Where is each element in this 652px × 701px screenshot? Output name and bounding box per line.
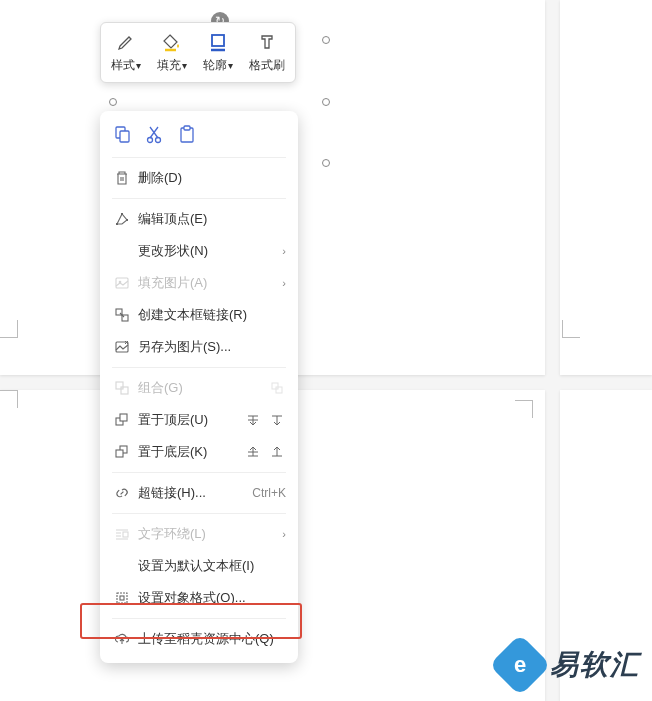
mini-toolbar: 样式▾ 填充▾ 轮廓▾ 格式刷	[100, 22, 296, 83]
logo-text: 易软汇	[550, 646, 640, 684]
document-page-right-top	[560, 0, 652, 375]
hyperlink-label: 超链接(H)...	[138, 484, 252, 502]
logo: e 易软汇	[498, 643, 640, 687]
svg-rect-10	[121, 213, 123, 215]
hyperlink-menu-item[interactable]: 超链接(H)... Ctrl+K	[100, 477, 298, 509]
hyperlink-shortcut: Ctrl+K	[252, 486, 286, 500]
edit-vertices-menu-item[interactable]: 编辑顶点(E)	[100, 203, 298, 235]
change-shape-label: 更改形状(N)	[138, 242, 282, 260]
edit-vertices-icon	[112, 210, 132, 228]
paint-bucket-icon	[162, 31, 182, 53]
textframe-link-icon	[112, 306, 132, 324]
link-icon	[112, 484, 132, 502]
svg-rect-1	[212, 35, 224, 46]
set-default-textbox-label: 设置为默认文本框(I)	[138, 557, 286, 575]
bring-to-front-menu-item[interactable]: 置于顶层(U)	[100, 404, 298, 436]
resize-handle[interactable]	[322, 98, 330, 106]
bring-front-icon	[112, 411, 132, 429]
svg-rect-22	[120, 414, 127, 421]
format-painter-icon	[257, 31, 277, 53]
chevron-right-icon: ›	[282, 528, 286, 540]
set-object-format-label: 设置对象格式(O)...	[138, 589, 286, 607]
chevron-right-icon: ›	[282, 277, 286, 289]
logo-mark-icon: e	[489, 634, 551, 696]
paste-button[interactable]	[176, 123, 198, 145]
upload-cloud-icon	[112, 630, 132, 648]
change-shape-menu-item[interactable]: 更改形状(N) ›	[100, 235, 298, 267]
delete-label: 删除(D)	[138, 169, 286, 187]
group-label: 组合(G)	[138, 379, 262, 397]
set-default-textbox-menu-item[interactable]: 设置为默认文本框(I)	[100, 550, 298, 582]
send-back-variant1-icon[interactable]	[244, 443, 262, 461]
bring-front-variant2-icon[interactable]	[268, 411, 286, 429]
text-wrap-menu-item: 文字环绕(L) ›	[100, 518, 298, 550]
fill-picture-menu-item: 填充图片(A) ›	[100, 267, 298, 299]
upload-to-docer-menu-item[interactable]: 上传至稻壳资源中心(Q)	[100, 623, 298, 655]
picture-icon	[112, 274, 132, 292]
svg-rect-20	[276, 387, 282, 393]
svg-rect-37	[120, 596, 124, 600]
resize-handle[interactable]	[322, 36, 330, 44]
svg-rect-27	[116, 450, 123, 457]
context-menu: 删除(D) 编辑顶点(E) 更改形状(N) › 填充图片(A) › 创建文本框链…	[100, 111, 298, 663]
group-side-icon	[268, 379, 286, 397]
outline-label: 轮廓	[203, 58, 227, 72]
svg-point-6	[156, 138, 161, 143]
send-back-icon	[112, 443, 132, 461]
chevron-right-icon: ›	[282, 245, 286, 257]
outline-button[interactable]: 轮廓▾	[195, 27, 241, 78]
create-textframe-link-label: 创建文本框链接(R)	[138, 306, 286, 324]
svg-rect-19	[272, 383, 278, 389]
trash-icon	[112, 169, 132, 187]
svg-point-5	[148, 138, 153, 143]
set-object-format-menu-item[interactable]: 设置对象格式(O)...	[100, 582, 298, 614]
svg-rect-18	[121, 387, 128, 394]
create-textframe-link-menu-item[interactable]: 创建文本框链接(R)	[100, 299, 298, 331]
svg-rect-33	[123, 532, 128, 537]
format-painter-label: 格式刷	[249, 57, 285, 74]
fill-label: 填充	[157, 58, 181, 72]
format-painter-button[interactable]: 格式刷	[241, 27, 293, 78]
send-to-back-label: 置于底层(K)	[138, 443, 238, 461]
outline-frame-icon	[208, 31, 228, 53]
bring-front-variant1-icon[interactable]	[244, 411, 262, 429]
save-as-picture-menu-item[interactable]: 另存为图片(S)...	[100, 331, 298, 363]
text-wrap-icon	[112, 525, 132, 543]
bring-to-front-label: 置于顶层(U)	[138, 411, 238, 429]
send-to-back-menu-item[interactable]: 置于底层(K)	[100, 436, 298, 468]
resize-handle[interactable]	[322, 159, 330, 167]
svg-rect-9	[116, 223, 118, 225]
cut-button[interactable]	[144, 123, 166, 145]
pencil-icon	[116, 31, 136, 53]
delete-menu-item[interactable]: 删除(D)	[100, 162, 298, 194]
send-back-variant2-icon[interactable]	[268, 443, 286, 461]
copy-button[interactable]	[112, 123, 134, 145]
style-label: 样式	[111, 58, 135, 72]
group-menu-item: 组合(G)	[100, 372, 298, 404]
save-picture-icon	[112, 338, 132, 356]
svg-rect-11	[126, 219, 128, 221]
svg-rect-36	[117, 593, 127, 603]
resize-handle[interactable]	[109, 98, 117, 106]
upload-to-docer-label: 上传至稻壳资源中心(Q)	[138, 630, 286, 648]
svg-rect-17	[116, 382, 123, 389]
fill-button[interactable]: 填充▾	[149, 27, 195, 78]
svg-rect-8	[184, 126, 190, 130]
style-button[interactable]: 样式▾	[103, 27, 149, 78]
group-icon	[112, 379, 132, 397]
object-format-icon	[112, 589, 132, 607]
save-as-picture-label: 另存为图片(S)...	[138, 338, 286, 356]
edit-vertices-label: 编辑顶点(E)	[138, 210, 286, 228]
svg-rect-4	[120, 131, 129, 142]
text-wrap-label: 文字环绕(L)	[138, 525, 282, 543]
fill-picture-label: 填充图片(A)	[138, 274, 282, 292]
